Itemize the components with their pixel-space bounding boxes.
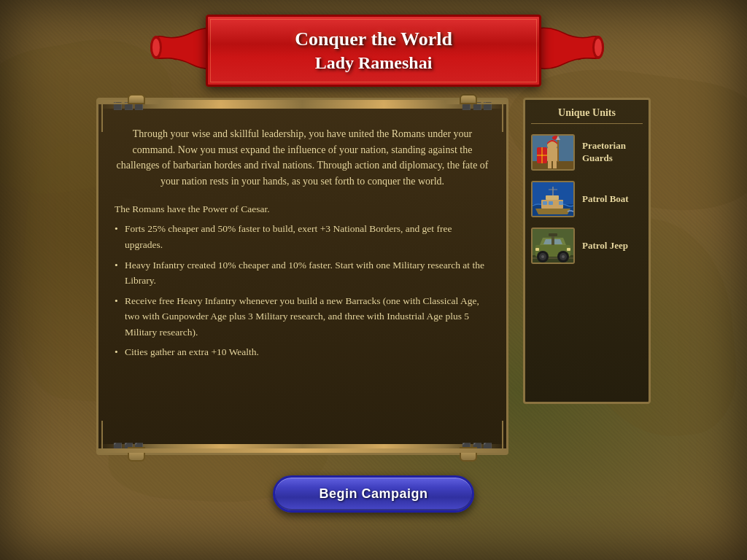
svg-rect-35 (549, 233, 557, 236)
middle-section: ⬛ ⬛ ⬛ ⬛ ⬛ ⬛ ⬛ ⬛ ⬛ ⬛ ⬛ ⬛ Through your wis… (96, 98, 651, 455)
panel-knob-top-left (128, 94, 145, 104)
unit-name-praetorian: Praetorian Guards (582, 140, 643, 165)
units-panel: Unique Units (523, 98, 651, 404)
unit-entry-patrol-jeep: Patrol Jeep (531, 228, 643, 264)
svg-point-33 (562, 255, 565, 258)
svg-rect-36 (535, 248, 539, 251)
unit-name-patrol-boat: Patrol Boat (582, 193, 629, 206)
power-title: The Romans have the Power of Caesar. (115, 201, 490, 217)
units-panel-title: Unique Units (531, 107, 643, 124)
panel-intro-text: Through your wise and skillful leadershi… (115, 126, 490, 190)
bullet-item-1: Heavy Infantry created 10% cheaper and 1… (115, 257, 490, 289)
svg-rect-18 (546, 195, 559, 200)
svg-rect-13 (548, 161, 551, 168)
svg-rect-14 (553, 161, 557, 168)
bullet-item-0: Forts 25% cheaper and 50% faster to buil… (115, 221, 490, 252)
unit-name-patrol-jeep: Patrol Jeep (582, 240, 628, 252)
banner-area: Conquer the World Lady Rameshai (155, 15, 592, 87)
page-title-line1: Conquer the World (230, 27, 517, 52)
svg-point-30 (541, 255, 544, 258)
main-content: Conquer the World Lady Rameshai ⬛ ⬛ ⬛ ⬛ … (0, 0, 747, 560)
panel-knob-top-right (460, 94, 477, 104)
svg-rect-19 (543, 201, 547, 205)
unit-entry-patrol-boat: Patrol Boat (531, 181, 643, 217)
description-panel: ⬛ ⬛ ⬛ ⬛ ⬛ ⬛ ⬛ ⬛ ⬛ ⬛ ⬛ ⬛ Through your wis… (96, 98, 508, 455)
unit-image-patrol-boat (531, 181, 575, 217)
svg-rect-34 (551, 235, 554, 245)
begin-campaign-button[interactable]: Begin Campaign (273, 475, 473, 513)
svg-point-1 (152, 39, 160, 56)
panel-knob-bottom-left (128, 447, 145, 462)
begin-button-area: Begin Campaign (273, 475, 473, 513)
unit-entry-praetorian: Praetorian Guards (531, 134, 643, 171)
page-title-line2: Lady Rameshai (230, 52, 517, 74)
svg-rect-37 (567, 248, 570, 251)
svg-rect-20 (549, 201, 553, 205)
bullet-item-3: Cities gather an extra +10 Wealth. (115, 344, 490, 360)
unit-image-patrol-jeep (531, 228, 575, 264)
svg-rect-21 (559, 201, 563, 205)
banner-background: Conquer the World Lady Rameshai (206, 15, 541, 87)
bullet-item-2: Receive free Heavy Infantry whenever you… (115, 293, 490, 341)
panel-powers-text: The Romans have the Power of Caesar. For… (115, 201, 490, 360)
svg-point-3 (595, 39, 602, 56)
panel-knob-bottom-right (460, 447, 477, 462)
unit-image-praetorian (531, 134, 575, 171)
bullets-list: Forts 25% cheaper and 50% faster to buil… (115, 221, 490, 360)
